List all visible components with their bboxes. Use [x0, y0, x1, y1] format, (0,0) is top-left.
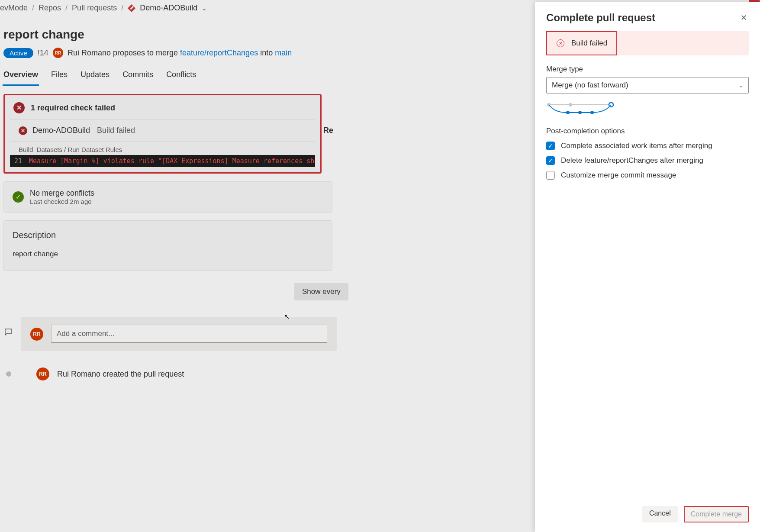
- no-conflicts-title: No merge conflicts: [30, 189, 94, 198]
- checkbox-checked-icon[interactable]: ✓: [546, 142, 555, 150]
- error-icon: ✕: [19, 126, 27, 135]
- description-label: Description: [13, 230, 323, 240]
- check-error-log: 21 Measure [Margin %] violates rule "[DA…: [10, 155, 315, 167]
- complete-pr-panel: Complete pull request ✕ ✕ Build failed M…: [535, 2, 760, 532]
- option-label: Customize merge commit message: [561, 171, 676, 180]
- svg-point-6: [566, 111, 570, 114]
- status-badge-active: Active: [3, 48, 33, 58]
- check-step-name: Build_Datasets / Run Dataset Rules: [10, 142, 315, 155]
- error-icon: ✕: [13, 102, 25, 113]
- tab-updates[interactable]: Updates: [80, 68, 110, 86]
- pr-proposes-text: Rui Romano proposes to merge: [68, 48, 180, 57]
- tab-commits[interactable]: Commits: [122, 68, 154, 86]
- chevron-down-icon[interactable]: ⌄: [202, 5, 207, 12]
- pr-into-text: into: [258, 48, 275, 57]
- avatar-author[interactable]: RR: [53, 48, 63, 58]
- checkbox-checked-icon[interactable]: ✓: [546, 156, 555, 165]
- svg-point-4: [569, 103, 572, 106]
- code-line-number: 21: [14, 157, 29, 165]
- description-body: report change: [13, 250, 323, 258]
- breadcrumb-item-pullrequests[interactable]: Pull requests: [72, 3, 117, 13]
- check-run-status: Build failed: [97, 126, 135, 135]
- tab-conflicts[interactable]: Conflicts: [165, 68, 197, 86]
- cancel-button[interactable]: Cancel: [642, 506, 678, 522]
- merge-type-label: Merge type: [546, 65, 749, 74]
- checkbox-unchecked-icon[interactable]: [546, 171, 555, 180]
- close-icon[interactable]: ✕: [739, 11, 749, 24]
- target-branch-link[interactable]: main: [275, 48, 292, 57]
- option-customize-message[interactable]: Customize merge commit message: [546, 171, 749, 180]
- tab-overview[interactable]: Overview: [3, 68, 39, 86]
- avatar-activity-user[interactable]: RR: [36, 368, 49, 380]
- build-failed-alert: ✕ Build failed: [546, 31, 749, 55]
- pr-id: !14: [38, 48, 48, 58]
- no-conflicts-sub: Last checked 2m ago: [30, 198, 94, 205]
- svg-point-7: [578, 111, 582, 114]
- merge-conflicts-card: ✓ No merge conflicts Last checked 2m ago: [3, 181, 332, 213]
- source-branch-link[interactable]: feature/reportChanges: [180, 48, 258, 57]
- option-label: Delete feature/reportChanges after mergi…: [561, 156, 703, 165]
- merge-type-value: Merge (no fast forward): [552, 81, 628, 90]
- comment-icon: [3, 327, 13, 337]
- breadcrumb-sep: /: [65, 3, 68, 13]
- breadcrumb-item-repos[interactable]: Repos: [39, 3, 61, 13]
- show-everything-button[interactable]: Show every: [294, 283, 348, 300]
- avatar-current-user[interactable]: RR: [30, 328, 43, 341]
- check-run-row[interactable]: ✕ Demo-ADOBuild Build failed Re: [10, 119, 315, 142]
- breadcrumb-item-evmode[interactable]: evMode: [0, 3, 28, 13]
- activity-text: Rui Romano created the pull request: [57, 370, 184, 379]
- code-error-message: Measure [Margin %] violates rule "[DAX E…: [29, 157, 315, 165]
- merge-graph-illustration: [546, 102, 749, 116]
- success-icon: ✓: [13, 191, 24, 203]
- breadcrumb-sep: /: [121, 3, 123, 13]
- repo-icon: [128, 4, 135, 12]
- breadcrumb-sep: /: [32, 3, 34, 13]
- tab-files[interactable]: Files: [50, 68, 68, 86]
- merge-type-select[interactable]: Merge (no fast forward) ⌄: [546, 77, 749, 94]
- option-delete-branch[interactable]: ✓ Delete feature/reportChanges after mer…: [546, 156, 749, 165]
- chevron-down-icon: ⌄: [738, 82, 743, 89]
- option-label: Complete associated work items after mer…: [561, 142, 712, 150]
- checks-header: ✕ 1 required check failed: [5, 95, 320, 119]
- cut-text: Re: [323, 126, 333, 135]
- alert-text: Build failed: [571, 39, 607, 48]
- svg-point-8: [590, 111, 594, 114]
- complete-merge-button[interactable]: Complete merge: [684, 506, 749, 522]
- post-completion-label: Post-completion options: [546, 127, 749, 135]
- option-complete-workitems[interactable]: ✓ Complete associated work items after m…: [546, 142, 749, 150]
- panel-title: Complete pull request: [546, 12, 655, 24]
- checks-header-text: 1 required check failed: [31, 103, 115, 113]
- breadcrumb-item-repo[interactable]: Demo-ADOBuild: [140, 3, 197, 13]
- timeline-dot: [6, 371, 11, 377]
- checks-card: ✕ 1 required check failed ✕ Demo-ADOBuil…: [3, 94, 322, 174]
- comment-input[interactable]: Add a comment...: [51, 325, 327, 343]
- description-card: Description report change: [3, 220, 332, 271]
- check-run-name: Demo-ADOBuild: [32, 126, 90, 135]
- error-outline-icon: ✕: [557, 39, 564, 47]
